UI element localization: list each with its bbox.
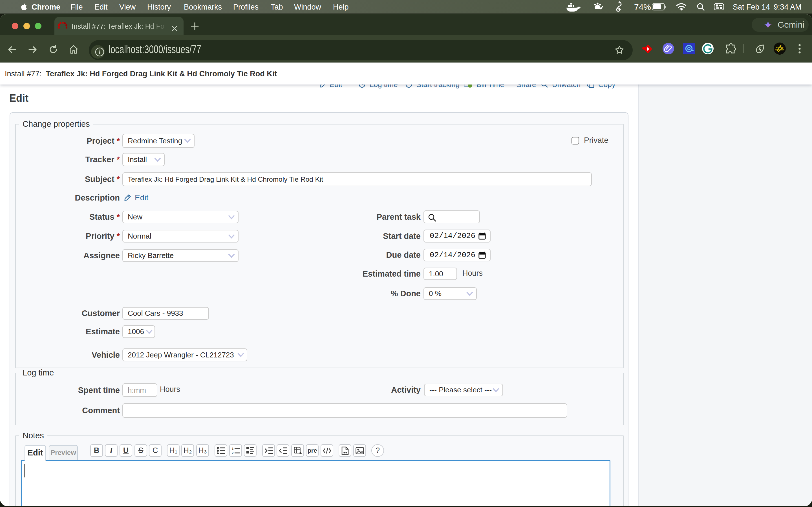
svg-text:Barrette: Barrette	[776, 46, 783, 49]
svg-text:1: 1	[232, 447, 234, 450]
svg-text:2: 2	[232, 451, 234, 455]
svg-text:Fabrication: Fabrication	[775, 49, 784, 51]
